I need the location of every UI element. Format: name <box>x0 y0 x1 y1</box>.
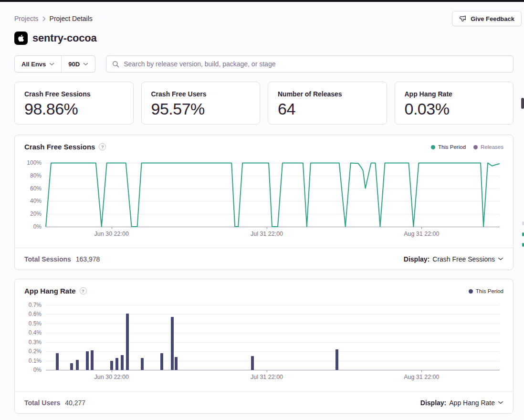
chevron-down-icon <box>498 401 503 404</box>
breadcrumb-projects[interactable]: Projects <box>14 15 39 22</box>
header-row: Projects Project Details Give Feedback <box>14 10 514 27</box>
y-axis-tick-label: 0.3% <box>29 339 42 346</box>
gridline <box>46 342 500 343</box>
crash-free-sessions-panel: Crash Free Sessions ? This Period Releas… <box>14 135 514 270</box>
give-feedback-label: Give Feedback <box>471 15 514 22</box>
help-icon[interactable]: ? <box>80 287 87 294</box>
total-sessions-label: Total Sessions <box>24 255 71 263</box>
right-edge-fragment-gray <box>522 221 524 225</box>
bar <box>171 317 174 370</box>
stat-label: Crash Free Sessions <box>24 90 124 98</box>
app-hang-rate-panel: App Hang Rate ? This Period 0.7%0.6%0.5%… <box>14 279 514 414</box>
x-axis-tick-label: Aug 31 22:00 <box>404 374 439 380</box>
stat-card-app-hang-rate: App Hang Rate 0.03% <box>395 82 514 125</box>
bar <box>91 350 94 370</box>
legend-label: This Period <box>476 288 503 294</box>
stat-card-crash-free-users: Crash Free Users 95.57% <box>141 82 261 125</box>
chart-legend: This Period <box>469 287 503 294</box>
y-axis-tick-label: 0.4% <box>29 329 42 336</box>
x-axis-tick-label: Jun 30 22:00 <box>94 231 129 237</box>
help-icon[interactable]: ? <box>99 143 106 150</box>
environment-dropdown[interactable]: All Envs <box>15 56 61 72</box>
display-dropdown[interactable]: Display: App Hang Rate <box>420 399 503 407</box>
y-axis-tick-label: 0.5% <box>29 320 42 327</box>
y-axis-tick-label: 0.1% <box>29 357 42 364</box>
bar <box>115 358 118 370</box>
stat-value: 95.57% <box>151 100 251 118</box>
stat-value: 0.03% <box>405 100 504 118</box>
chevron-down-icon <box>498 257 503 261</box>
chevron-down-icon <box>49 63 54 66</box>
total-users-value: 40,277 <box>65 399 85 407</box>
gridline <box>46 305 500 305</box>
right-edge-fragment-green <box>522 232 524 236</box>
y-axis-tick-label: 60% <box>30 185 42 192</box>
search-icon <box>112 61 119 68</box>
bar <box>126 314 129 370</box>
gridline <box>46 351 500 352</box>
app-hang-rate-chart: 0.7%0.6%0.5%0.4%0.3%0.2%0.1%0%Jun 30 22:… <box>46 305 500 370</box>
right-edge-fragment-dark <box>521 98 524 109</box>
display-value: Crash Free Sessions <box>432 255 495 263</box>
chevron-down-icon <box>83 63 88 66</box>
line-series-this-period <box>46 163 500 227</box>
period-dropdown[interactable]: 90D <box>62 56 95 72</box>
panel-header: App Hang Rate ? This Period <box>15 279 513 297</box>
y-axis-tick-label: 0.2% <box>29 348 42 355</box>
stat-card-number-of-releases: Number of Releases 64 <box>268 82 387 125</box>
search-input[interactable] <box>124 60 507 68</box>
display-dropdown[interactable]: Display: Crash Free Sessions <box>404 255 503 263</box>
megaphone-icon <box>459 15 467 22</box>
panel-footer: Total Users 40,277 Display: App Hang Rat… <box>15 391 513 413</box>
stat-label: Crash Free Users <box>151 90 251 98</box>
stat-value: 64 <box>278 100 377 118</box>
legend-item-this-period[interactable]: This Period <box>431 144 466 150</box>
legend-dot-purple <box>473 145 478 149</box>
panel-title: Crash Free Sessions <box>24 143 95 151</box>
legend-item-this-period[interactable]: This Period <box>469 288 503 294</box>
gridline <box>46 314 500 315</box>
bar <box>251 356 254 370</box>
release-search-box <box>106 55 514 73</box>
legend-dot-purple <box>469 289 473 294</box>
project-title-row: sentry-cocoa <box>14 31 514 46</box>
period-dropdown-label: 90D <box>68 61 80 68</box>
display-label: Display: <box>420 399 446 407</box>
y-axis-tick-label: 40% <box>30 198 42 204</box>
panel-title: App Hang Rate <box>24 287 76 295</box>
stat-card-crash-free-sessions: Crash Free Sessions 98.86% <box>14 82 134 125</box>
breadcrumb-project-details: Project Details <box>50 15 93 22</box>
stat-label: App Hang Rate <box>405 90 504 98</box>
legend-item-releases[interactable]: Releases <box>473 144 503 150</box>
total-users-label: Total Users <box>24 399 60 407</box>
environment-dropdown-label: All Envs <box>21 61 46 68</box>
y-axis-tick-label: 100% <box>27 159 42 166</box>
give-feedback-button[interactable]: Give Feedback <box>452 11 522 26</box>
page-title: sentry-cocoa <box>32 32 97 44</box>
gridline <box>46 333 500 333</box>
bar <box>70 363 73 370</box>
chart-legend: This Period Releases <box>431 143 503 150</box>
x-axis-tick-label: Jun 30 22:00 <box>94 374 129 380</box>
bar <box>76 360 79 370</box>
gridline <box>46 361 500 361</box>
env-period-button-group: All Envs 90D <box>14 55 95 73</box>
stat-label: Number of Releases <box>278 90 377 98</box>
y-axis-tick-label: 80% <box>30 172 42 179</box>
breadcrumb: Projects Project Details <box>14 15 93 22</box>
y-axis-tick-label: 20% <box>30 210 42 217</box>
right-edge-fragment-green <box>522 243 524 247</box>
stat-cards-row: Crash Free Sessions 98.86% Crash Free Us… <box>14 82 514 125</box>
y-axis-tick-label: 0% <box>33 223 42 230</box>
bar <box>160 353 163 370</box>
legend-dot-green <box>431 145 435 149</box>
bar <box>121 355 124 370</box>
y-axis-tick-label: 0% <box>33 367 42 373</box>
top-accent-bar <box>0 0 524 2</box>
bar <box>110 361 113 370</box>
total-sessions-value: 163,978 <box>76 255 100 263</box>
filter-row: All Envs 90D <box>14 55 514 73</box>
gridline <box>46 324 500 324</box>
crash-free-sessions-chart: 100%80%60%40%20%0%Jun 30 22:00Jul 31 22:… <box>46 163 500 227</box>
bar <box>86 351 89 370</box>
